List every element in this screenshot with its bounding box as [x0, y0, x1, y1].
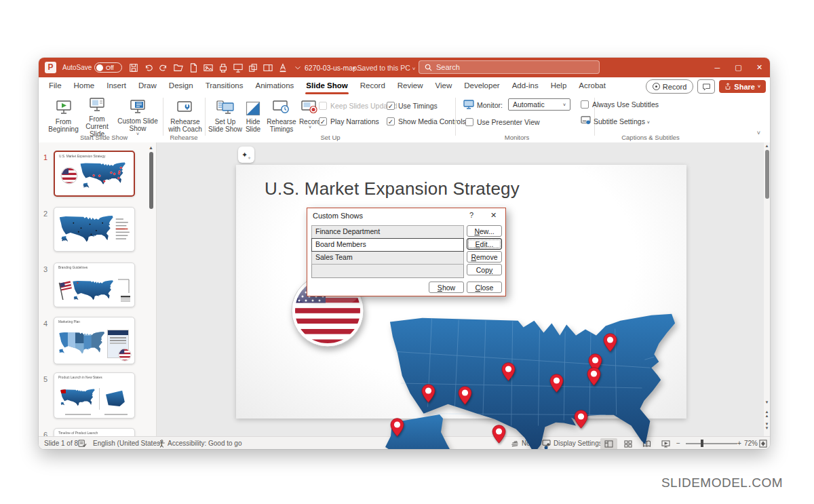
accessibility-status[interactable]: Accessibility: Good to go [168, 437, 242, 449]
from-current-slide-button[interactable]: From Current Slide [79, 97, 115, 136]
redo-icon[interactable] [158, 62, 168, 73]
scroll-down-icon[interactable]: ▼ [764, 400, 770, 404]
monitor-select[interactable]: Automatic˅ [508, 98, 570, 111]
tab-insert[interactable]: Insert [100, 77, 132, 95]
dialog-help-button[interactable]: ? [469, 211, 473, 219]
slide-thumbnail-1[interactable]: U.S. Market Expansion Strategy [54, 151, 135, 197]
custom-slide-show-button[interactable]: Custom Slide Show ˅ [116, 97, 159, 136]
share-button[interactable]: Share˅ [719, 80, 766, 93]
map-pin[interactable] [574, 410, 588, 429]
tab-design[interactable]: Design [163, 77, 199, 95]
play-narrations-checkbox[interactable]: Play Narrations [319, 117, 379, 125]
close-button[interactable]: ✕ [749, 58, 770, 77]
slide-title[interactable]: U.S. Market Expansion Strategy [265, 178, 520, 199]
comments-button[interactable] [697, 79, 715, 94]
thumbnail-scrollbar[interactable]: ▲ [149, 145, 154, 433]
map-pin[interactable] [390, 418, 404, 437]
slide-indicator[interactable]: Slide 1 of 8 [44, 437, 78, 449]
more-icon[interactable] [292, 62, 303, 73]
vertical-scrollbar[interactable]: ▲ ▼ ▲▲ ▼▼ [764, 142, 770, 436]
keep-slides-updated-checkbox[interactable]: Keep Slides Updated [319, 102, 398, 110]
next-slide-icon[interactable]: ▼▼ [764, 422, 770, 430]
tab-animations[interactable]: Animations [249, 77, 300, 95]
hide-slide-button[interactable]: Hide Slide [243, 97, 263, 136]
tab-help[interactable]: Help [545, 77, 573, 95]
subtitle-settings-button[interactable]: Subtitle Settings ˅ [594, 117, 650, 125]
set-up-slide-show-button[interactable]: Set Up Slide Show [208, 97, 243, 136]
scrollbar-thumb[interactable] [765, 150, 769, 199]
font-color-icon[interactable] [277, 62, 288, 73]
map-pin[interactable] [421, 384, 435, 403]
map-pin[interactable] [501, 362, 516, 381]
tab-review[interactable]: Review [391, 77, 429, 95]
tab-record[interactable]: Record [354, 77, 391, 95]
previous-slide-icon[interactable]: ▲▲ [764, 410, 770, 418]
language-status[interactable]: English (United States) [93, 437, 162, 449]
slideshow-icon[interactable] [233, 62, 243, 73]
save-status[interactable]: • Saved to this PC ˅ [353, 64, 415, 72]
scroll-up-icon[interactable]: ▲ [149, 145, 153, 150]
scroll-up-icon[interactable]: ▲ [764, 144, 770, 148]
fit-to-window-button[interactable] [759, 437, 767, 449]
tab-slide-show[interactable]: Slide Show [300, 77, 353, 95]
use-presenter-view-checkbox[interactable]: Use Presenter View [465, 118, 540, 126]
rehearse-with-coach-button[interactable]: Rehearse with Coach [167, 97, 204, 136]
search-input[interactable]: Search [419, 60, 600, 74]
close-button[interactable]: Close [467, 282, 502, 293]
tab-acrobat[interactable]: Acrobat [573, 77, 612, 95]
tab-add-ins[interactable]: Add-ins [506, 77, 545, 95]
from-beginning-button[interactable]: From Beginning [47, 97, 79, 136]
autosave-toggle[interactable]: Off [94, 62, 122, 73]
edit-button[interactable]: Edit... [467, 238, 502, 250]
copy-button[interactable]: Copy [467, 264, 502, 275]
map-pin[interactable] [603, 333, 617, 352]
custom-show-item[interactable]: Board Members [311, 238, 464, 252]
tab-developer[interactable]: Developer [458, 77, 505, 95]
use-timings-checkbox[interactable]: Use Timings [387, 102, 438, 110]
open-folder-icon[interactable] [173, 62, 183, 73]
spell-check-icon[interactable] [78, 437, 87, 449]
designer-sparkle-button[interactable]: ✦✧ [238, 147, 254, 163]
record-ribbon-button[interactable]: Record ˅ [299, 97, 321, 136]
zoom-slider[interactable] [683, 437, 740, 449]
new-file-icon[interactable] [188, 62, 198, 73]
copy-icon[interactable] [248, 62, 258, 73]
map-pin[interactable] [549, 374, 564, 393]
zoom-in-button[interactable]: + [737, 437, 741, 449]
tab-view[interactable]: View [429, 77, 459, 95]
zoom-level[interactable]: 72% [744, 437, 758, 449]
picture-icon[interactable] [203, 62, 213, 73]
custom-show-item[interactable]: Finance Department [311, 225, 464, 239]
panel-icon[interactable] [263, 62, 273, 73]
always-use-subtitles-checkbox[interactable]: Always Use Subtitles [581, 100, 659, 109]
map-pin[interactable] [458, 386, 472, 405]
rehearse-timings-button[interactable]: Rehearse Timings [263, 97, 300, 136]
remove-button[interactable]: Remove [467, 251, 502, 263]
save-icon[interactable] [128, 62, 138, 73]
record-button[interactable]: Record [646, 79, 693, 94]
dialog-close-icon[interactable]: ✕ [490, 211, 497, 220]
show-media-controls-checkbox[interactable]: Show Media Controls [387, 117, 466, 125]
slide-thumbnail-2[interactable] [54, 207, 135, 252]
zoom-slider-thumb[interactable] [701, 440, 703, 447]
tab-home[interactable]: Home [68, 77, 101, 95]
slide-thumbnail-3[interactable]: Branding Guidelines [54, 263, 135, 307]
custom-show-item[interactable]: Sales Team [311, 251, 464, 265]
hawaii-map[interactable] [543, 445, 575, 449]
new-button[interactable]: New... [467, 225, 502, 237]
maximize-button[interactable]: ▢ [728, 58, 749, 77]
undo-icon[interactable] [143, 62, 153, 73]
slide-thumbnail-5[interactable]: Product Launch in New States [54, 372, 135, 419]
map-pin[interactable] [492, 425, 506, 444]
custom-shows-list[interactable]: Finance DepartmentBoard MembersSales Tea… [311, 225, 464, 278]
slide-thumbnail-4[interactable]: Marketing Plan [54, 317, 135, 364]
tab-draw[interactable]: Draw [132, 77, 163, 95]
print-icon[interactable] [218, 62, 228, 73]
tab-transitions[interactable]: Transitions [199, 77, 250, 95]
collapse-ribbon-icon[interactable]: ˅ [757, 130, 760, 136]
show-button[interactable]: Show [429, 282, 464, 293]
tab-file[interactable]: File [43, 77, 68, 95]
map-pin[interactable] [587, 367, 601, 386]
slide-thumbnail-6[interactable]: Timeline of Product Launch [54, 428, 135, 436]
minimize-button[interactable]: ─ [707, 58, 728, 77]
